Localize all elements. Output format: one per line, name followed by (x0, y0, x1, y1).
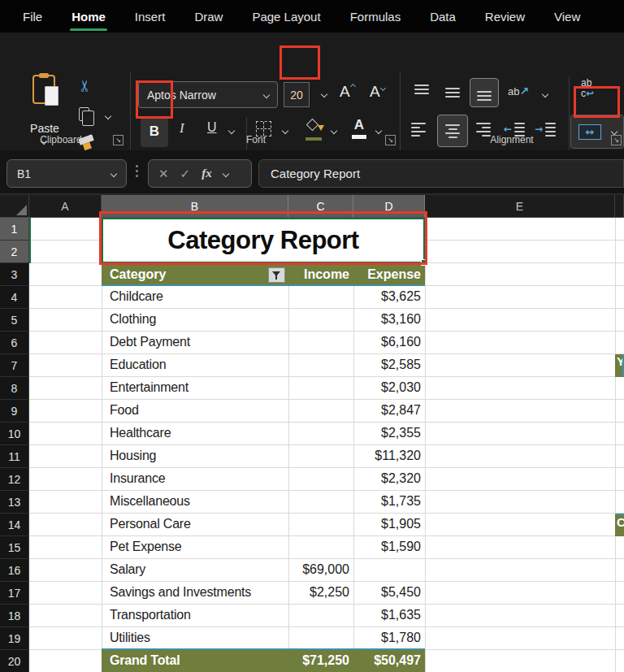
row-header-19[interactable]: 19 (0, 627, 29, 650)
row-header-14[interactable]: 14 (0, 514, 29, 536)
row-header-16[interactable]: 16 (0, 559, 29, 582)
row-header-4[interactable]: 4 (0, 286, 29, 309)
bold-button[interactable]: B (141, 116, 168, 147)
menu-tab-draw[interactable]: Draw (194, 10, 223, 24)
offscreen-table-header-fragment: Y (615, 354, 624, 377)
chevron-down-icon[interactable] (222, 170, 228, 176)
column-header-E[interactable]: E (425, 195, 615, 218)
row-header-20[interactable]: 20 (0, 650, 29, 672)
menu-tab-insert[interactable]: Insert (135, 10, 166, 24)
table-row[interactable]: Childcare$3,625 (102, 286, 425, 309)
enter-icon[interactable]: ✓ (180, 167, 191, 181)
table-row[interactable]: Entertainment$2,030 (102, 377, 425, 400)
table-total-border (102, 648, 425, 650)
orientation-dropdown-icon[interactable] (542, 91, 548, 98)
table-row[interactable]: Transportation$1,635 (102, 605, 425, 627)
row-header-8[interactable]: 8 (0, 377, 29, 400)
underline-button[interactable]: U (207, 120, 217, 135)
bottom-align-button[interactable] (470, 78, 499, 107)
cell-expense: $3,625 (353, 289, 421, 304)
fill-color-icon[interactable] (305, 119, 324, 138)
menu-tab-home[interactable]: Home (72, 10, 106, 24)
table-row[interactable]: Debt Payment$6,160 (102, 332, 425, 354)
grand-total-row[interactable]: Grand Total $71,250 $50,497 (102, 650, 425, 672)
table-row[interactable]: Clothing$3,160 (102, 309, 425, 332)
merge-dropdown-icon[interactable] (611, 128, 618, 135)
group-divider (400, 72, 401, 163)
offscreen-table-header-fragment: C (615, 514, 624, 536)
menu-tab-review[interactable]: Review (485, 10, 525, 24)
cell-category: Pet Expense (110, 540, 182, 554)
row-header-1[interactable]: 1 (0, 218, 29, 241)
insert-function-icon[interactable]: fx (202, 167, 212, 180)
table-row[interactable]: Miscellaneous$1,735 (102, 491, 425, 514)
orientation-icon[interactable]: ab↗ (508, 85, 529, 98)
column-header-A[interactable]: A (29, 195, 102, 218)
column-header-f[interactable] (615, 195, 624, 218)
cell-expense: $2,847 (353, 403, 421, 418)
cell-expense: $11,320 (353, 449, 421, 463)
table-header-row[interactable]: Category Income Expense (102, 263, 425, 286)
copy-dropdown-icon[interactable] (105, 113, 111, 119)
grow-font-button[interactable]: A (340, 83, 350, 101)
formula-input[interactable]: Category Report (258, 159, 624, 188)
align-left-icon[interactable] (411, 122, 426, 137)
row-header-9[interactable]: 9 (0, 400, 29, 423)
table-row[interactable]: Pet Expense$1,590 (102, 536, 425, 559)
cancel-icon[interactable]: ✕ (158, 167, 169, 181)
font-color-dropdown-icon[interactable] (375, 128, 382, 134)
table-row[interactable]: Insurance$2,320 (102, 468, 425, 491)
menu-tab-page-layout[interactable]: Page Layout (252, 10, 320, 24)
table-row[interactable]: Housing$11,320 (102, 445, 425, 468)
select-all-corner[interactable] (0, 195, 29, 218)
font-size-combobox[interactable]: 20 (284, 82, 310, 107)
clipboard-dialog-launcher-icon[interactable]: ↘ (113, 135, 124, 145)
cut-icon[interactable]: ✂ (76, 80, 93, 93)
cell-expense: $6,160 (353, 335, 421, 349)
middle-align-icon[interactable] (445, 85, 460, 101)
table-row[interactable]: Education$2,585 (102, 354, 425, 377)
menu-tab-file[interactable]: File (23, 10, 42, 24)
row-header-3[interactable]: 3 (0, 263, 29, 286)
row-header-10[interactable]: 10 (0, 423, 29, 445)
menu-tab-data[interactable]: Data (430, 10, 456, 24)
row-header-12[interactable]: 12 (0, 468, 29, 491)
shrink-font-button[interactable]: A (370, 83, 380, 101)
font-dialog-launcher-icon[interactable]: ↘ (385, 135, 396, 145)
row-header-11[interactable]: 11 (0, 445, 29, 468)
cells-area[interactable]: Category Report Category Income Expense … (29, 218, 624, 672)
borders-dropdown-icon[interactable] (282, 128, 288, 134)
italic-button[interactable]: I (180, 120, 184, 137)
row-header-6[interactable]: 6 (0, 332, 29, 354)
table-row[interactable]: Savings and Investments$2,250$5,450 (102, 582, 425, 605)
row-header-15[interactable]: 15 (0, 536, 29, 559)
table-row[interactable]: Food$2,847 (102, 400, 425, 423)
row-header-2[interactable]: 2 (0, 241, 29, 263)
table-row[interactable]: Personal Care$1,905 (102, 514, 425, 536)
table-row[interactable]: Utilities$1,780 (102, 627, 425, 650)
paste-clipboard-icon[interactable] (32, 75, 55, 104)
row-header-13[interactable]: 13 (0, 491, 29, 514)
table-row[interactable]: Salary$69,000 (102, 559, 425, 582)
chevron-down-icon (263, 91, 270, 98)
underline-dropdown-icon[interactable] (228, 128, 235, 134)
cell-category: Savings and Investments (110, 585, 251, 600)
center-align-button[interactable] (437, 115, 468, 147)
menu-tab-view[interactable]: View (554, 10, 580, 24)
paste-button[interactable]: Paste (23, 122, 67, 135)
formula-bar-handle-icon[interactable] (136, 165, 138, 177)
top-align-icon[interactable] (414, 85, 429, 101)
font-color-icon[interactable]: A (351, 117, 367, 133)
alignment-dialog-launcher-icon[interactable]: ↘ (611, 135, 622, 145)
table-row[interactable]: Healthcare$2,355 (102, 423, 425, 445)
fill-color-dropdown-icon[interactable] (331, 128, 337, 134)
filter-button[interactable] (268, 267, 285, 283)
row-header-17[interactable]: 17 (0, 582, 29, 605)
row-header-7[interactable]: 7 (0, 354, 29, 377)
menu-tab-formulas[interactable]: Formulas (350, 10, 401, 24)
copy-icon[interactable] (79, 107, 89, 121)
font-size-dropdown-icon[interactable] (321, 91, 327, 98)
row-header-18[interactable]: 18 (0, 605, 29, 627)
row-header-5[interactable]: 5 (0, 309, 29, 332)
name-box[interactable]: B1 (6, 159, 127, 188)
